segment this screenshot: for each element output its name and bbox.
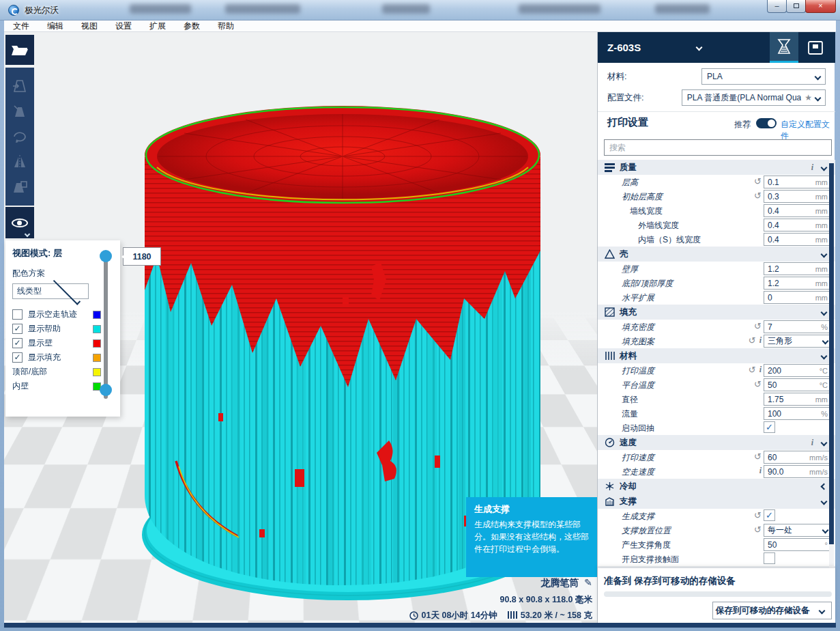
menu-bar: 文件编辑视图设置扩展参数帮助	[4, 20, 836, 32]
menu-item-设置[interactable]: 设置	[106, 20, 141, 32]
menu-item-视图[interactable]: 视图	[72, 20, 106, 32]
menu-item-扩展[interactable]: 扩展	[141, 20, 175, 32]
minimize-button[interactable]: –	[767, 0, 787, 13]
layer-slider-handle-top[interactable]	[100, 250, 112, 262]
scrollbar-thumb[interactable]	[829, 163, 834, 544]
reset-icon[interactable]: ↺	[754, 191, 762, 201]
reset-icon[interactable]: ↺	[754, 451, 762, 462]
setting-input[interactable]: 0.1mm	[764, 176, 832, 188]
legend-checkbox[interactable]: ✓	[12, 324, 23, 334]
setting-input[interactable]: 50°C	[764, 378, 832, 391]
menu-item-文件[interactable]: 文件	[4, 20, 38, 32]
info-icon[interactable]: i	[759, 365, 762, 375]
close-button[interactable]: ×	[805, 0, 836, 13]
section-header-speed[interactable]: 速度i	[598, 435, 835, 450]
setting-checkbox[interactable]: ✓	[764, 421, 775, 433]
view-mode-button[interactable]	[5, 207, 34, 238]
reset-icon[interactable]: ↺	[754, 510, 762, 520]
move-tool-icon[interactable]	[12, 78, 28, 94]
tooltip-title: 生成支撑	[474, 503, 592, 516]
setting-input[interactable]: 200°C	[764, 364, 832, 377]
setting-dropdown[interactable]: 三角形	[764, 335, 832, 348]
open-file-button[interactable]	[5, 35, 34, 65]
save-status-text: 准备到 保存到可移动的存储设备	[604, 575, 736, 587]
job-time: 01天 08小时 14分钟	[422, 610, 497, 621]
setting-input[interactable]: 1.2mm	[764, 277, 832, 290]
chevron-down-icon	[818, 607, 825, 614]
setting-input[interactable]: 1.75mm	[764, 393, 832, 406]
setting-input[interactable]: 0mm	[764, 291, 832, 304]
brand-logo: 极光尔沃® JGAURORA	[20, 602, 82, 620]
reset-icon[interactable]: ↺	[754, 524, 762, 535]
section-label: 支撑	[620, 496, 822, 507]
reset-icon[interactable]: ↺	[754, 321, 762, 331]
info-icon[interactable]: i	[759, 466, 762, 476]
legend-checkbox[interactable]: ✓	[12, 338, 23, 348]
slice-progress-bar	[604, 591, 832, 597]
legend-checkbox[interactable]	[12, 309, 23, 320]
quality-icon	[604, 162, 615, 173]
setting-input[interactable]: 0.4mm	[764, 233, 832, 246]
reset-icon[interactable]: ↺	[754, 176, 762, 186]
tab-monitor[interactable]	[800, 32, 830, 63]
reset-icon[interactable]: ↺	[754, 379, 762, 389]
save-to-removable-button[interactable]: 保存到可移动的存储设备	[712, 602, 813, 619]
profile-dropdown[interactable]: PLA 普通质量(PLA Normal Qua ★	[682, 89, 826, 106]
setting-dropdown[interactable]: 每一处	[764, 524, 832, 537]
brand-name-en: JGAURORA	[40, 615, 82, 620]
section-header-cooling[interactable]: 冷却	[598, 479, 835, 494]
settings-search-input[interactable]	[604, 139, 832, 156]
machine-selector[interactable]: Z-603S	[598, 32, 835, 63]
setting-input[interactable]: 90.0mm/s	[764, 465, 832, 478]
color-scheme-select[interactable]: 线类型	[12, 283, 89, 299]
per-model-settings-icon[interactable]	[12, 179, 28, 195]
reset-icon[interactable]: ↺	[749, 365, 756, 375]
setting-row: 打印温度↺i200°C	[598, 363, 835, 378]
menu-item-编辑[interactable]: 编辑	[38, 20, 72, 32]
menu-item-帮助[interactable]: 帮助	[209, 20, 243, 32]
setting-input[interactable]: 7%	[764, 320, 832, 333]
setting-input[interactable]: 60mm/s	[764, 451, 832, 464]
legend-checkbox[interactable]: ✓	[12, 352, 23, 363]
setting-value: 0.3	[768, 192, 815, 201]
layer-slider-track[interactable]	[104, 254, 108, 399]
mirror-tool-icon[interactable]	[12, 154, 28, 170]
menu-item-参数[interactable]: 参数	[175, 20, 209, 32]
info-icon[interactable]: i	[811, 438, 813, 448]
reset-icon[interactable]: ↺	[749, 335, 756, 346]
recommended-label: 推荐	[734, 119, 751, 130]
legend-label: 显示填充	[28, 352, 93, 363]
scale-tool-icon[interactable]	[12, 103, 28, 120]
setting-input[interactable]: 100%	[764, 407, 832, 420]
setting-checkbox[interactable]: ✓	[764, 509, 775, 521]
setting-input[interactable]: 0.3mm	[764, 190, 832, 203]
edit-name-icon[interactable]: ✎	[584, 577, 592, 588]
setting-checkbox[interactable]	[764, 552, 775, 564]
section-header-material[interactable]: 材料	[598, 348, 835, 363]
save-area: 准备到 保存到可移动的存储设备 保存到可移动的存储设备	[598, 568, 835, 623]
setting-input[interactable]: 0.4mm	[764, 219, 832, 232]
section-header-infill[interactable]: 填充	[598, 305, 835, 320]
save-options-arrow-button[interactable]	[812, 602, 832, 619]
custom-profile-link[interactable]: 自定义配置文件	[781, 119, 835, 142]
settings-scrollbar[interactable]	[829, 160, 834, 568]
maximize-button[interactable]	[786, 0, 806, 13]
tab-prepare-slice[interactable]	[770, 32, 798, 63]
info-icon[interactable]: i	[759, 335, 762, 346]
section-header-quality[interactable]: 质量i	[598, 160, 835, 175]
setting-input[interactable]: 50°	[764, 538, 832, 551]
section-header-shell[interactable]: 壳	[598, 247, 835, 262]
material-dropdown[interactable]: PLA	[701, 68, 826, 85]
rotate-tool-icon[interactable]	[12, 128, 28, 145]
setting-value: 1.75	[768, 395, 815, 404]
chevron-down-icon	[821, 352, 828, 359]
setting-unit: mm	[815, 207, 828, 215]
layer-slider-handle-bottom[interactable]	[100, 384, 112, 396]
section-header-support[interactable]: 支撑	[598, 494, 835, 509]
generate-support-tooltip: 生成支撑 生成结构来支撑模型的某些部分。如果没有这些结构，这些部件在打印过程中会…	[466, 497, 600, 577]
info-icon[interactable]: i	[811, 163, 813, 173]
setting-input[interactable]: 0.4mm	[764, 204, 832, 217]
setting-unit: mm	[815, 221, 828, 229]
setting-input[interactable]: 1.2mm	[764, 262, 832, 275]
recommended-custom-toggle[interactable]	[756, 118, 777, 128]
